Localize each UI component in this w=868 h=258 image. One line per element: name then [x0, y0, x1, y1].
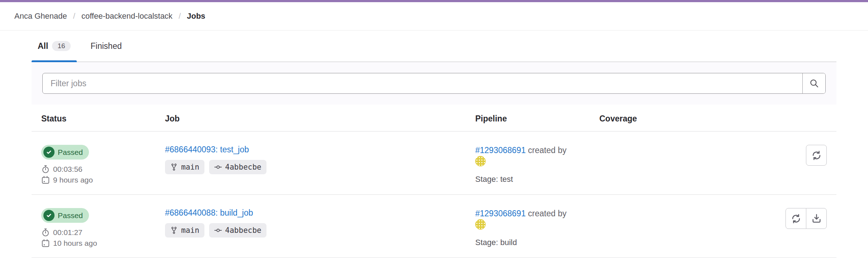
- pipeline-creator-avatar[interactable]: [475, 219, 486, 230]
- commit-sha: 4abbecbe: [225, 163, 261, 171]
- commit-sha: 4abbecbe: [225, 226, 261, 235]
- commit-icon: [214, 163, 222, 171]
- pipeline-link[interactable]: #1293068691: [475, 146, 526, 155]
- job-cell: #6866440093: test_job main 4abbecbe: [155, 132, 466, 194]
- status-badge-label: Passed: [58, 211, 83, 220]
- column-header-status: Status: [32, 105, 155, 131]
- table-row: Passed 00:01:27 10 hours ago #6866440088…: [32, 195, 836, 258]
- column-header-actions: [744, 105, 836, 131]
- jobs-tabs: All 16 Finished: [32, 31, 836, 62]
- job-ref-pills: main 4abbecbe: [165, 223, 456, 238]
- stage-label: Stage: test: [475, 175, 580, 184]
- branch-name: main: [181, 163, 199, 171]
- retry-icon: [811, 150, 822, 161]
- download-artifacts-button[interactable]: [806, 208, 827, 229]
- actions-cell: [744, 132, 836, 194]
- retry-icon: [791, 213, 801, 224]
- tab-finished[interactable]: Finished: [85, 31, 128, 61]
- branch-pill[interactable]: main: [165, 223, 204, 238]
- tab-all[interactable]: All 16: [32, 31, 77, 61]
- coverage-cell: [590, 132, 744, 194]
- status-badge[interactable]: Passed: [41, 145, 89, 160]
- job-time-ago: 10 hours ago: [41, 239, 146, 248]
- job-link[interactable]: #6866440088: build_job: [165, 208, 253, 217]
- status-badge[interactable]: Passed: [41, 208, 89, 223]
- branch-icon: [170, 226, 178, 234]
- status-cell: Passed 00:01:27 10 hours ago: [32, 195, 155, 258]
- job-duration: 00:03:56: [41, 165, 146, 174]
- branch-pill[interactable]: main: [165, 160, 204, 174]
- commit-pill[interactable]: 4abbecbe: [209, 223, 266, 238]
- table-row: Passed 00:03:56 9 hours ago #6866440093:…: [32, 132, 836, 195]
- job-time-ago-value: 9 hours ago: [53, 176, 93, 184]
- job-time-ago-value: 10 hours ago: [53, 239, 97, 248]
- breadcrumb: Anca Ghenade / coffee-backend-localstack…: [0, 2, 868, 31]
- filter-jobs-input[interactable]: [43, 73, 802, 93]
- calendar-icon: [41, 176, 50, 184]
- job-cell: #6866440088: build_job main 4abbecbe: [155, 195, 466, 258]
- job-duration: 00:01:27: [41, 228, 146, 237]
- status-badge-label: Passed: [58, 148, 83, 157]
- job-duration-value: 00:01:27: [53, 228, 82, 237]
- branch-name: main: [181, 226, 199, 235]
- job-time-ago: 9 hours ago: [41, 176, 146, 184]
- job-link[interactable]: #6866440093: test_job: [165, 145, 249, 154]
- column-header-coverage: Coverage: [590, 105, 744, 131]
- commit-pill[interactable]: 4abbecbe: [209, 160, 266, 174]
- breadcrumb-current-page: Jobs: [187, 11, 205, 21]
- timer-icon: [41, 165, 50, 174]
- breadcrumb-user-link[interactable]: Anca Ghenade: [14, 11, 67, 21]
- column-header-job: Job: [155, 105, 466, 131]
- retry-button[interactable]: [786, 208, 806, 229]
- branch-icon: [170, 163, 178, 171]
- job-duration-value: 00:03:56: [53, 165, 82, 174]
- actions-cell: [744, 195, 836, 258]
- filter-panel: [32, 62, 836, 105]
- stage-label: Stage: build: [475, 238, 580, 247]
- retry-button[interactable]: [806, 145, 827, 166]
- table-header-row: Status Job Pipeline Coverage: [32, 105, 836, 132]
- status-passed-icon: [43, 210, 55, 221]
- commit-icon: [214, 226, 222, 234]
- coverage-cell: [590, 195, 744, 258]
- calendar-icon: [41, 239, 50, 248]
- tab-all-label: All: [38, 41, 48, 51]
- status-passed-icon: [43, 147, 55, 158]
- pipeline-created-by-text: created by: [528, 146, 566, 155]
- job-ref-pills: main 4abbecbe: [165, 160, 456, 174]
- timer-icon: [41, 228, 50, 237]
- pipeline-creator-avatar[interactable]: [475, 156, 486, 166]
- breadcrumb-separator: /: [179, 11, 181, 21]
- breadcrumb-separator: /: [73, 11, 75, 21]
- pipeline-cell: #1293068691 created by Stage: test: [466, 132, 590, 194]
- search-button[interactable]: [802, 73, 825, 93]
- search-icon: [809, 78, 819, 88]
- column-header-pipeline: Pipeline: [466, 105, 590, 131]
- download-icon: [811, 213, 822, 224]
- pipeline-link[interactable]: #1293068691: [475, 209, 526, 218]
- pipeline-created-by-text: created by: [528, 209, 566, 218]
- tab-all-count-badge: 16: [52, 41, 70, 51]
- status-cell: Passed 00:03:56 9 hours ago: [32, 132, 155, 194]
- breadcrumb-project-link[interactable]: coffee-backend-localstack: [81, 11, 173, 21]
- jobs-page-content: All 16 Finished Status Job Pipeline Cove…: [0, 31, 868, 258]
- tab-finished-label: Finished: [91, 41, 122, 51]
- filter-search-group: [42, 73, 826, 94]
- pipeline-cell: #1293068691 created by Stage: build: [466, 195, 590, 258]
